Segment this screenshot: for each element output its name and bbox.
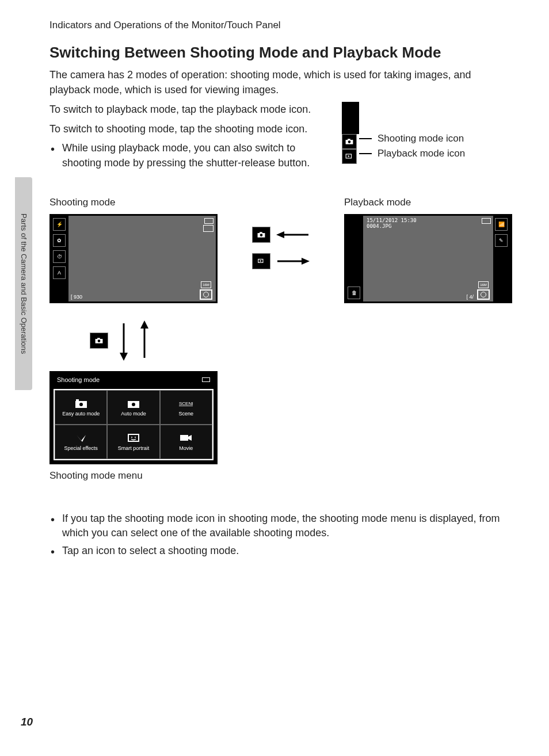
mode-switch-arrows xyxy=(252,227,310,269)
breadcrumb: Indicators and Operations of the Monitor… xyxy=(49,20,514,31)
menu-special-effects[interactable]: Special effects xyxy=(55,425,107,459)
shooting-left-toolbar: ⚡ ✿ ⏱ A xyxy=(51,216,68,301)
svg-rect-14 xyxy=(76,399,79,402)
leader-line xyxy=(359,153,372,154)
svg-marker-9 xyxy=(120,353,128,361)
menu-movie-label: Movie xyxy=(179,445,193,451)
intro-paragraph: The camera has 2 modes of operation: sho… xyxy=(49,67,514,97)
shooting-mode-toggle-icon[interactable] xyxy=(200,289,212,300)
svg-point-13 xyxy=(79,403,83,406)
iso-auto-icon[interactable]: A xyxy=(53,266,66,279)
svg-marker-22 xyxy=(188,435,192,441)
arrow-right-icon xyxy=(276,257,310,265)
svg-rect-6 xyxy=(97,338,100,339)
menu-smart-portrait[interactable]: Smart portrait xyxy=(107,425,159,459)
switch-shooting-para: To switch to shooting mode, tap the shoo… xyxy=(49,121,328,136)
playback-left-toolbar: 🗑 xyxy=(346,216,363,301)
timer-off-icon[interactable]: ⏱ xyxy=(53,250,66,263)
flash-auto-icon[interactable]: ⚡ xyxy=(53,218,66,231)
shots-remaining: [ 930 xyxy=(71,294,82,300)
menu-battery-icon xyxy=(202,377,210,382)
resolution-chip: 16M xyxy=(201,281,211,288)
svg-text:SCENE: SCENE xyxy=(179,401,193,406)
menu-title: Shooting mode xyxy=(57,376,100,383)
mode-icon-legend: Shooting mode icon Playback mode icon xyxy=(342,102,514,164)
svg-marker-31 xyxy=(302,258,310,265)
svg-point-7 xyxy=(98,339,101,342)
legend-black-strip-top xyxy=(342,102,359,134)
arrow-left-icon xyxy=(276,231,310,239)
svg-marker-4 xyxy=(348,155,350,158)
playback-icon-button[interactable] xyxy=(252,253,270,269)
menu-auto[interactable]: Auto mode xyxy=(107,390,159,425)
svg-point-2 xyxy=(348,140,351,143)
shooting-viewfinder: [ 930 16M xyxy=(68,216,216,301)
shooting-mode-menu: Shooting mode Easy auto mode Auto mode S… xyxy=(49,371,218,464)
shooting-mode-screen: ⚡ ✿ ⏱ A [ 930 16M xyxy=(49,214,218,303)
svg-point-20 xyxy=(135,437,136,438)
svg-point-19 xyxy=(131,437,132,438)
side-chapter-tab: Parts of the Camera and Basic Operations xyxy=(15,177,32,390)
shooting-mode-icon-small[interactable] xyxy=(90,333,108,349)
svg-rect-21 xyxy=(180,435,188,441)
svg-rect-24 xyxy=(260,232,262,233)
playback-screen-label: Playback mode xyxy=(344,197,411,208)
retouch-icon[interactable]: ✎ xyxy=(495,234,508,247)
menu-special-effects-label: Special effects xyxy=(64,445,97,451)
note-tap-select: Tap an icon to select a shooting mode. xyxy=(62,544,514,558)
memory-card-icon xyxy=(482,218,491,224)
frame-counter: [ 4/ xyxy=(466,294,474,300)
menu-movie[interactable]: Movie xyxy=(160,425,212,459)
svg-point-25 xyxy=(260,234,263,236)
svg-point-16 xyxy=(132,403,135,406)
menu-easy-auto[interactable]: Easy auto mode xyxy=(55,390,107,425)
section-title: Switching Between Shooting Mode and Play… xyxy=(49,44,514,62)
svg-marker-27 xyxy=(276,231,284,238)
leader-line xyxy=(359,138,372,139)
note-tap-shooting-icon: If you tap the shooting mode icon in sho… xyxy=(62,511,514,540)
arrow-down-icon xyxy=(119,320,129,361)
playback-file-info: 15/11/2012 15:30 0004.JPG xyxy=(367,218,417,230)
resolution-chip: 16M xyxy=(478,281,489,288)
playback-shooting-toggle-icon[interactable] xyxy=(477,289,490,300)
playback-mode-icon[interactable] xyxy=(342,149,357,164)
shooting-mode-icon[interactable] xyxy=(342,134,357,149)
menu-easy-auto-label: Easy auto mode xyxy=(62,411,100,417)
shooting-mode-menu-caption: Shooting mode menu xyxy=(49,470,143,482)
shooting-screen-label: Shooting mode xyxy=(49,197,115,208)
note-shutter-release: While using playback mode, you can also … xyxy=(62,141,328,170)
playback-right-toolbar: 📶 ✎ xyxy=(493,216,510,301)
battery-icon xyxy=(203,225,214,232)
legend-playback-label: Playback mode icon xyxy=(378,148,465,159)
legend-shooting-label: Shooting mode icon xyxy=(378,133,464,144)
side-chapter-label: Parts of the Camera and Basic Operations xyxy=(20,213,28,354)
memory-card-icon xyxy=(204,218,214,224)
switch-playback-para: To switch to playback mode, tap the play… xyxy=(49,102,328,117)
svg-marker-29 xyxy=(260,259,262,262)
menu-scene[interactable]: SCENE Scene xyxy=(160,390,212,425)
svg-marker-11 xyxy=(140,320,148,329)
menu-auto-label: Auto mode xyxy=(121,411,146,417)
playback-mode-screen: 🗑 15/11/2012 15:30 0004.JPG [ 4/ 16M xyxy=(344,214,512,303)
page-number: 10 xyxy=(21,716,33,728)
wifi-off-icon[interactable]: 📶 xyxy=(495,218,508,231)
shooting-icon-button[interactable] xyxy=(252,227,270,243)
arrow-up-icon xyxy=(139,320,150,361)
menu-scene-label: Scene xyxy=(179,411,194,417)
menu-smart-portrait-label: Smart portrait xyxy=(118,445,150,451)
macro-off-icon[interactable]: ✿ xyxy=(53,234,66,247)
playback-viewfinder: 15/11/2012 15:30 0004.JPG [ 4/ 16M xyxy=(363,216,493,301)
delete-icon[interactable]: 🗑 xyxy=(348,287,360,299)
svg-rect-1 xyxy=(348,139,350,140)
